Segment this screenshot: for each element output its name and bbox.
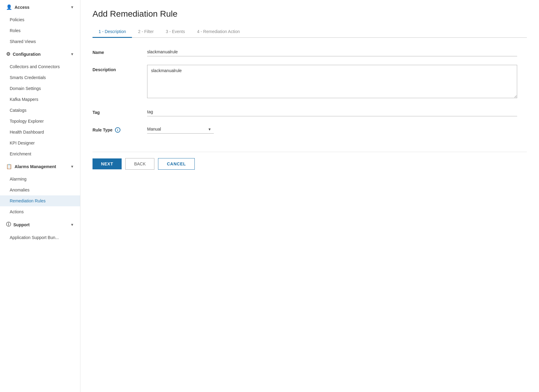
gear-icon: ⚙ <box>6 51 10 57</box>
question-icon: ⓘ <box>6 221 11 228</box>
name-label: Name <box>93 48 147 55</box>
sidebar-section-configuration: ⚙ Configuration ▼ Collectors and Connect… <box>0 47 80 159</box>
sidebar-item-topology-explorer[interactable]: Topology Explorer <box>0 116 80 127</box>
sidebar-group-alarms[interactable]: 📋 Alarms Management ▼ <box>0 159 80 174</box>
sidebar-group-access[interactable]: 👤 Access ▼ <box>0 0 80 14</box>
sidebar-item-roles[interactable]: Roles <box>0 25 80 36</box>
sidebar-item-shared-views[interactable]: Shared Views <box>0 36 80 47</box>
sidebar: 👤 Access ▼ Policies Roles Shared Views ⚙… <box>0 0 80 392</box>
form-row-rule-type: Rule Type i Manual Automatic ▼ <box>93 125 517 134</box>
tab-events[interactable]: 3 - Events <box>160 26 191 38</box>
alarm-icon: 📋 <box>6 164 12 169</box>
sidebar-item-kpi-designer[interactable]: KPI Designer <box>0 138 80 148</box>
sidebar-item-alarming[interactable]: Alarming <box>0 174 80 184</box>
tag-label: Tag <box>93 108 147 115</box>
sidebar-item-domain-settings[interactable]: Domain Settings <box>0 83 80 94</box>
rule-type-info-icon[interactable]: i <box>115 127 120 133</box>
sidebar-group-access-label: Access <box>15 5 29 10</box>
sidebar-group-configuration-label: Configuration <box>13 52 41 57</box>
back-button[interactable]: BACK <box>125 158 154 170</box>
sidebar-item-actions[interactable]: Actions <box>0 206 80 217</box>
name-input[interactable] <box>147 48 517 56</box>
form-footer: NEXT BACK CANCEL <box>93 152 527 170</box>
chevron-down-icon: ▼ <box>70 5 74 9</box>
tabs-bar: 1 - Description 2 - Filter 3 - Events 4 … <box>93 26 527 38</box>
sidebar-section-access: 👤 Access ▼ Policies Roles Shared Views <box>0 0 80 47</box>
rule-type-label: Rule Type <box>93 128 113 132</box>
sidebar-group-alarms-label: Alarms Management <box>15 164 56 169</box>
sidebar-group-support-label: Support <box>13 222 30 227</box>
sidebar-item-kafka-mappers[interactable]: Kafka Mappers <box>0 94 80 105</box>
chevron-down-icon-config: ▼ <box>70 52 74 56</box>
sidebar-item-anomalies[interactable]: Anomalies <box>0 184 80 195</box>
sidebar-section-support: ⓘ Support ▼ Application Support Bun... <box>0 217 80 243</box>
sidebar-section-alarms-management: 📋 Alarms Management ▼ Alarming Anomalies… <box>0 159 80 217</box>
main-content: Add Remediation Rule 1 - Description 2 -… <box>80 0 539 392</box>
tab-filter[interactable]: 2 - Filter <box>132 26 160 38</box>
tab-description[interactable]: 1 - Description <box>93 26 132 38</box>
next-button[interactable]: NEXT <box>93 158 122 169</box>
form-row-name: Name <box>93 48 517 56</box>
tag-input[interactable] <box>147 108 517 116</box>
description-label: Description <box>93 65 147 72</box>
tag-field <box>147 108 517 116</box>
description-textarea[interactable]: slackmanualrule <box>147 65 517 98</box>
rule-type-select-wrapper: Manual Automatic ▼ <box>147 125 214 134</box>
rule-type-select[interactable]: Manual Automatic <box>147 125 214 134</box>
sidebar-item-health-dashboard[interactable]: Health Dashboard <box>0 127 80 138</box>
rule-type-label-wrapper: Rule Type i <box>93 125 147 133</box>
sidebar-group-configuration[interactable]: ⚙ Configuration ▼ <box>0 47 80 61</box>
cancel-button[interactable]: CANCEL <box>158 158 195 170</box>
name-field <box>147 48 517 56</box>
sidebar-item-smarts-credentials[interactable]: Smarts Credentials <box>0 72 80 83</box>
sidebar-item-enrichment[interactable]: Enrichment <box>0 148 80 159</box>
chevron-down-icon-alarms: ▼ <box>70 164 74 169</box>
person-icon: 👤 <box>6 4 12 10</box>
rule-type-field: Manual Automatic ▼ <box>147 125 517 134</box>
form-row-tag: Tag <box>93 108 517 116</box>
page-title: Add Remediation Rule <box>93 9 527 19</box>
tab-remediation-action[interactable]: 4 - Remediation Action <box>191 26 246 38</box>
description-field: slackmanualrule <box>147 65 517 99</box>
form-row-description: Description slackmanualrule <box>93 65 517 99</box>
chevron-down-icon-support: ▼ <box>70 223 74 227</box>
sidebar-item-catalogs[interactable]: Catalogs <box>0 105 80 116</box>
sidebar-item-application-support[interactable]: Application Support Bun... <box>0 232 80 243</box>
form-section: Name Description slackmanualrule Tag Rul… <box>93 48 517 134</box>
sidebar-item-collectors-connectors[interactable]: Collectors and Connectors <box>0 61 80 72</box>
sidebar-group-support[interactable]: ⓘ Support ▼ <box>0 217 80 232</box>
sidebar-item-remediation-rules[interactable]: Remediation Rules <box>0 195 80 206</box>
sidebar-item-policies[interactable]: Policies <box>0 14 80 25</box>
